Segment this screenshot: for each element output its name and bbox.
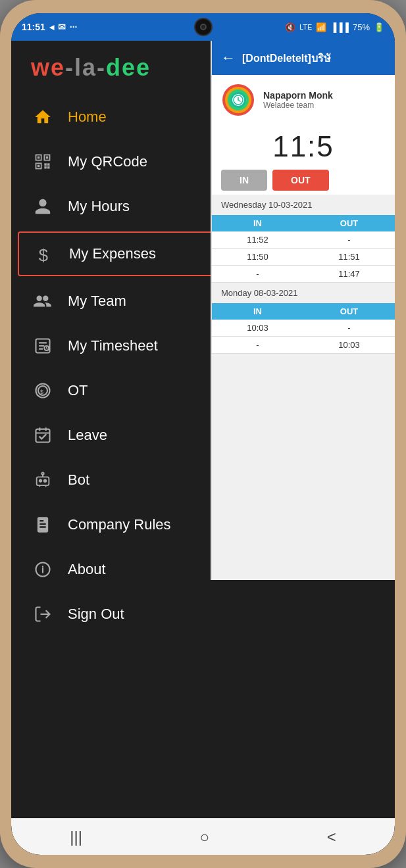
svg-point-18 [39, 479, 42, 482]
battery-icon: 🔋 [374, 22, 384, 32]
about-icon [31, 558, 55, 581]
bot-label: Bot [68, 471, 89, 489]
att-out-wed-2: 11:51 [303, 249, 395, 265]
profile-info: Napaporn Monk Weladee team [263, 90, 386, 110]
svg-rect-17 [37, 477, 49, 485]
att-row-mon-2: - 10:03 [212, 337, 395, 354]
date-header-wednesday: Wednesday 10-03-2021 [212, 195, 395, 215]
ot-icon: $ [31, 379, 55, 402]
btn-in[interactable]: IN [221, 170, 267, 191]
profile-name: Napaporn Monk [263, 90, 386, 101]
date-header-monday: Monday 08-03-2021 [212, 283, 395, 303]
att-in-wed-2: 11:50 [212, 249, 303, 265]
att-row-wed-1: 11:52 - [212, 231, 395, 249]
logo-we: we [31, 54, 65, 81]
status-time: 11:51 [22, 22, 45, 32]
battery-text: 75% [353, 22, 370, 32]
mute-icon: 🔇 [285, 22, 295, 32]
logo-dee: dee [106, 54, 151, 81]
dots-icon: ··· [70, 22, 78, 32]
sidebar-item-sign-out[interactable]: Sign Out [11, 592, 395, 637]
my-expenses-label: My Expenses [69, 245, 156, 262]
bottom-nav: ||| ○ < [11, 818, 395, 855]
person-icon [31, 195, 55, 218]
att-in-mon-2: - [212, 337, 303, 353]
mail-icon: ✉ [58, 22, 66, 32]
phone-outer: 11:51 ◂ ✉ ··· 🔇 LTE 📶 ▐▐▐ 75% 🔋 we-la-de… [0, 0, 406, 868]
col-in-wed: IN [212, 215, 303, 231]
profile-team: Weladee team [263, 101, 386, 110]
about-label: About [68, 561, 106, 578]
back-button[interactable]: ← [221, 49, 236, 66]
right-panel: ← [DontDeleteIt]บริษั [211, 41, 395, 580]
att-in-mon-1: 10:03 [212, 320, 303, 336]
lte-icon: LTE [299, 23, 312, 31]
app-content: we-la-dee Home [11, 41, 395, 818]
leave-icon [31, 423, 55, 447]
svg-rect-16 [36, 429, 50, 443]
qrcode-icon [31, 150, 55, 174]
my-timesheet-label: My Timesheet [68, 337, 158, 354]
btn-out[interactable]: OUT [272, 170, 329, 191]
attendance-section: Wednesday 10-03-2021 IN OUT 11:52 - 11:5… [212, 195, 395, 580]
signal-icon: ▐▐▐ [330, 22, 349, 32]
logo-dash2: - [97, 54, 106, 81]
svg-point-19 [44, 479, 47, 482]
svg-text:$: $ [39, 246, 48, 264]
svg-rect-1 [38, 157, 40, 159]
svg-text:$: $ [40, 389, 44, 395]
status-right: 🔇 LTE 📶 ▐▐▐ 75% 🔋 [285, 22, 384, 32]
ot-label: OT [68, 382, 88, 399]
my-hours-label: My Hours [68, 198, 130, 215]
status-bar: 11:51 ◂ ✉ ··· 🔇 LTE 📶 ▐▐▐ 75% 🔋 [11, 13, 395, 41]
svg-rect-6 [44, 163, 47, 166]
wifi-icon: 📶 [316, 22, 326, 32]
profile-area: Napaporn Monk Weladee team [212, 75, 395, 125]
phone-inner: 11:51 ◂ ✉ ··· 🔇 LTE 📶 ▐▐▐ 75% 🔋 we-la-de… [11, 13, 395, 855]
att-header-monday: IN OUT [212, 303, 395, 320]
signout-icon [31, 602, 55, 626]
camera-lens [200, 24, 207, 30]
att-out-mon-1: - [303, 320, 395, 336]
sign-out-label: Sign Out [68, 606, 124, 623]
svg-rect-9 [47, 166, 50, 169]
svg-rect-8 [44, 166, 47, 169]
time-display: 11:5 [212, 125, 395, 166]
col-in-mon: IN [212, 303, 303, 320]
dollar-icon: $ [32, 242, 56, 266]
att-row-mon-1: 10:03 - [212, 320, 395, 337]
home-label: Home [68, 108, 107, 126]
leave-label: Leave [68, 427, 107, 444]
att-in-wed-1: 11:52 [212, 231, 303, 248]
att-in-wed-3: - [212, 266, 303, 282]
in-out-row: IN OUT [212, 166, 395, 195]
camera-notch [194, 18, 213, 36]
svg-rect-3 [46, 157, 49, 159]
att-header-wednesday: IN OUT [212, 215, 395, 231]
current-time: 11:5 [212, 130, 395, 163]
nav-back-button[interactable]: < [314, 823, 349, 852]
company-rules-label: Company Rules [68, 516, 171, 533]
rules-icon [31, 513, 55, 537]
bot-icon [31, 468, 55, 492]
att-out-mon-2: 10:03 [303, 337, 395, 353]
att-row-wed-2: 11:50 11:51 [212, 249, 395, 266]
logo-dash1: - [65, 54, 74, 81]
col-out-wed: OUT [303, 215, 395, 231]
timesheet-icon [31, 334, 55, 358]
nav-home-button[interactable]: ○ [187, 823, 223, 852]
panel-title: [DontDeleteIt]บริษั [242, 50, 386, 66]
nav-recents-button[interactable]: ||| [57, 823, 95, 852]
svg-rect-7 [47, 163, 50, 166]
right-panel-header: ← [DontDeleteIt]บริษั [212, 41, 395, 75]
location-icon: ◂ [49, 22, 54, 32]
svg-rect-5 [38, 165, 40, 168]
col-out-mon: OUT [303, 303, 395, 320]
att-out-wed-1: - [303, 231, 395, 248]
logo-la: la [74, 54, 97, 81]
status-left: 11:51 ◂ ✉ ··· [22, 22, 77, 32]
profile-avatar [221, 83, 255, 117]
svg-point-20 [41, 472, 44, 475]
qrcode-label: My QRCode [68, 153, 147, 170]
att-row-wed-3: - 11:47 [212, 266, 395, 283]
